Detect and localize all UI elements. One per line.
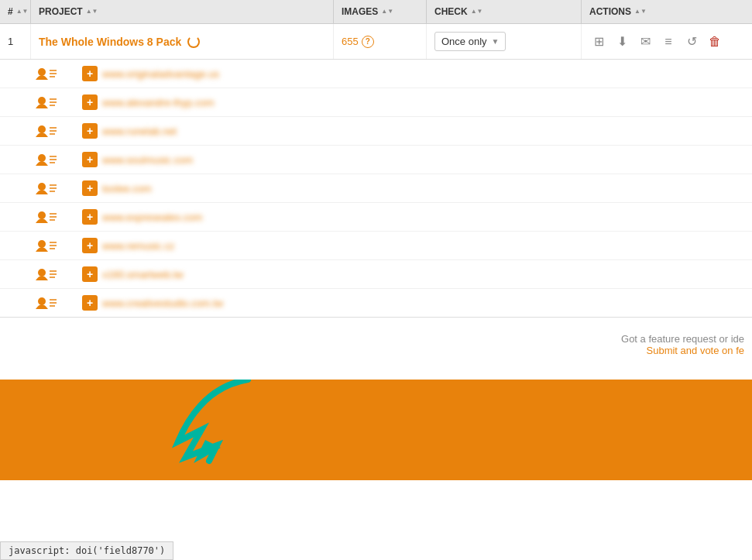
- sub-cell-spacer: [0, 211, 31, 223]
- sub-cell-spacer: [0, 125, 31, 137]
- user-list-icon: [36, 266, 57, 282]
- sub-cell-spacer: [0, 268, 31, 280]
- url-text: www.alexandre-lhyp.com: [102, 97, 215, 108]
- project-row: 1 The Whole Windows 8 Pack 655 ? Once on…: [0, 24, 752, 60]
- user-list-cell: [31, 117, 77, 145]
- url-text: www.runelab.net: [102, 125, 177, 137]
- add-url-button[interactable]: +: [82, 266, 98, 282]
- col-actions[interactable]: ACTIONS ▲▼: [582, 0, 752, 23]
- url-text: x160.smartweb.tw: [102, 269, 184, 280]
- user-list-icon: [36, 295, 57, 311]
- feature-request-text: Got a feature request or ide: [621, 333, 744, 345]
- url-cell: + www.soulmusic.com: [77, 146, 752, 173]
- url-text: www.soulmusic.com: [102, 154, 193, 166]
- user-list-cell: [31, 60, 77, 88]
- col-project-label: PROJECT: [39, 6, 83, 17]
- user-list-cell: [31, 260, 77, 288]
- url-text: www.remusic.cz: [102, 240, 174, 252]
- project-number: 1: [8, 36, 13, 47]
- sort-actions-icon[interactable]: ▲▼: [634, 9, 647, 15]
- url-row: + www.alexandre-lhyp.com: [0, 88, 752, 117]
- actions-cell: ⊞ ⬇ ✉ ≡ ↺ 🗑: [582, 24, 752, 59]
- sort-project-icon[interactable]: ▲▼: [86, 9, 98, 15]
- add-url-button[interactable]: +: [82, 94, 98, 110]
- user-list-icon: [36, 94, 57, 110]
- orange-banner: [0, 380, 752, 480]
- url-row: + www.creativestudio.com.tw: [0, 289, 752, 317]
- email-icon[interactable]: ✉: [636, 33, 654, 51]
- chevron-down-icon: ▼: [492, 37, 500, 46]
- url-cell: + www.runelab.net: [77, 117, 752, 145]
- col-num[interactable]: # ▲▼: [0, 0, 31, 23]
- svg-point-0: [38, 68, 46, 76]
- col-num-label: #: [8, 6, 13, 17]
- user-list-cell: [31, 232, 77, 259]
- add-url-button[interactable]: +: [82, 123, 98, 139]
- arrow-graphic: [155, 380, 279, 475]
- project-title: The Whole Windows 8 Pack: [39, 36, 181, 48]
- url-text: www.originaladvantage.us: [102, 68, 219, 80]
- url-row: + x160.smartweb.tw: [0, 260, 752, 289]
- sort-num-icon[interactable]: ▲▼: [16, 9, 29, 15]
- table-icon[interactable]: ⊞: [589, 33, 608, 51]
- col-project[interactable]: PROJECT ▲▼: [31, 0, 334, 23]
- sort-check-icon[interactable]: ▲▼: [471, 9, 483, 15]
- download-icon[interactable]: ⬇: [613, 33, 631, 51]
- sub-cell-spacer: [0, 297, 31, 309]
- list-icon[interactable]: ≡: [659, 33, 678, 51]
- svg-point-28: [38, 269, 46, 277]
- svg-point-20: [38, 211, 46, 219]
- add-url-button[interactable]: +: [82, 180, 98, 196]
- refresh-icon[interactable]: ↺: [682, 33, 701, 51]
- col-check-label: CHECK: [434, 6, 468, 17]
- footer-area: Got a feature request or ide Submit and …: [0, 318, 752, 372]
- url-cell: + www.remusic.cz: [77, 232, 752, 259]
- add-url-button[interactable]: +: [82, 238, 98, 253]
- col-check[interactable]: CHECK ▲▼: [427, 0, 582, 23]
- user-list-cell: [31, 88, 77, 116]
- images-count-value: 655: [342, 36, 359, 47]
- url-cell: + toolee.com: [77, 174, 752, 202]
- add-url-button[interactable]: +: [82, 295, 98, 311]
- col-images[interactable]: IMAGES ▲▼: [334, 0, 427, 23]
- sub-cell-spacer: [0, 153, 31, 166]
- loading-spinner: [187, 36, 200, 48]
- user-list-icon: [36, 66, 57, 81]
- check-cell: Once only ▼: [427, 24, 582, 59]
- url-row: + www.originaladvantage.us: [0, 60, 752, 88]
- add-url-button[interactable]: +: [82, 209, 98, 225]
- check-dropdown[interactable]: Once only ▼: [434, 32, 506, 51]
- project-name-cell: The Whole Windows 8 Pack: [31, 24, 334, 59]
- url-row: + toolee.com: [0, 174, 752, 203]
- user-list-cell: [31, 174, 77, 202]
- url-text: toolee.com: [102, 183, 152, 194]
- user-list-cell: [31, 146, 77, 173]
- images-cell: 655 ?: [334, 24, 427, 59]
- url-cell: + www.expresealex.com: [77, 203, 752, 231]
- sub-cell-spacer: [0, 96, 31, 108]
- user-list-icon: [36, 123, 57, 139]
- user-list-icon: [36, 180, 57, 196]
- vote-link[interactable]: Submit and vote on fe: [647, 345, 744, 356]
- add-url-button[interactable]: +: [82, 152, 98, 167]
- delete-icon[interactable]: 🗑: [706, 33, 724, 51]
- images-help-icon[interactable]: ?: [362, 36, 374, 48]
- user-list-cell: [31, 203, 77, 231]
- sub-cell-spacer: [0, 67, 31, 80]
- url-cell: + www.creativestudio.com.tw: [77, 289, 752, 317]
- url-row: + www.expresealex.com: [0, 203, 752, 232]
- user-list-icon: [36, 238, 57, 253]
- url-cell: + www.alexandre-lhyp.com: [77, 88, 752, 116]
- sub-cell-spacer: [0, 182, 31, 194]
- svg-point-24: [38, 240, 46, 248]
- project-num-cell: 1: [0, 24, 31, 59]
- sub-cell-spacer: [0, 239, 31, 252]
- sort-images-icon[interactable]: ▲▼: [381, 9, 393, 15]
- table-header: # ▲▼ PROJECT ▲▼ IMAGES ▲▼ CHECK ▲▼ ACTIO…: [0, 0, 752, 24]
- url-row: + www.runelab.net: [0, 117, 752, 146]
- url-list: + www.originaladvantage.us + ww: [0, 60, 752, 318]
- svg-point-8: [38, 125, 46, 133]
- add-url-button[interactable]: +: [82, 66, 98, 81]
- user-list-cell: [31, 289, 77, 317]
- url-text: www.creativestudio.com.tw: [102, 297, 223, 309]
